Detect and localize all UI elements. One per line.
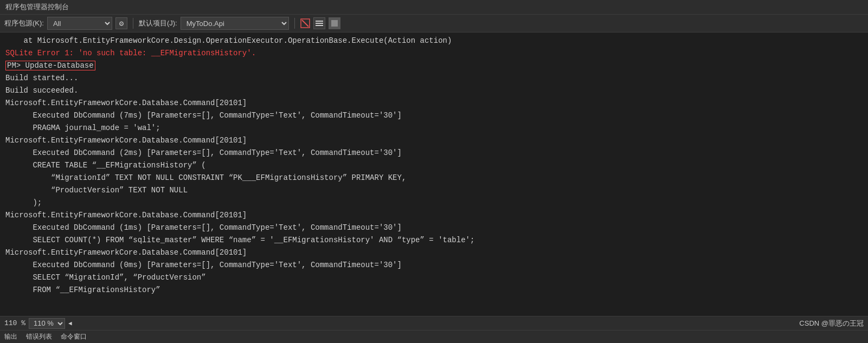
console-line: at Microsoft.EntityFrameworkCore.Design.… — [0, 35, 868, 47]
project-label: 默认项目(J): — [139, 18, 177, 28]
console-line: Executed DbCommand (7ms) [Parameters=[],… — [0, 109, 868, 122]
console-line: CREATE TABLE “__EFMigrationsHistory” ( — [0, 159, 868, 172]
console-line: Microsoft.EntityFrameworkCore.Database.C… — [0, 97, 868, 109]
svg-rect-5 — [331, 20, 338, 27]
console-line: Executed DbCommand (1ms) [Parameters=[],… — [0, 222, 868, 234]
scroll-arrow[interactable]: ◀ — [68, 320, 72, 327]
console-line: SELECT COUNT(*) FROM “sqlite_master” WHE… — [0, 234, 868, 247]
console-line: Build succeeded. — [0, 85, 868, 97]
svg-rect-4 — [316, 25, 323, 26]
console-line: Microsoft.EntityFrameworkCore.Database.C… — [0, 134, 868, 147]
zoom-label: 110 % — [4, 319, 25, 327]
status-bar: 110 % 110 % ◀ CSDN @罪恶の王冠 — [0, 316, 868, 330]
gear-icon[interactable]: ⚙ — [115, 17, 127, 29]
svg-rect-2 — [316, 21, 323, 22]
brand-text: CSDN @罪恶の王冠 — [799, 319, 864, 328]
separator-1 — [133, 18, 133, 29]
console-line: Executed DbCommand (2ms) [Parameters=[],… — [0, 147, 868, 159]
project-select[interactable]: MyToDo.Api — [181, 17, 289, 30]
command-box: PM> Update-Database — [5, 61, 95, 70]
square-icon[interactable] — [329, 17, 340, 29]
console-line: Microsoft.EntityFrameworkCore.Database.C… — [0, 209, 868, 222]
console-line: “MigrationId” TEXT NOT NULL CONSTRAINT “… — [0, 172, 868, 184]
svg-rect-3 — [316, 23, 323, 24]
source-label: 程序包源(K): — [4, 18, 44, 28]
tab-command-window[interactable]: 命令窗口 — [61, 332, 87, 341]
console-line: FROM “__EFMigrationsHistory” — [0, 284, 868, 296]
console-output: at Microsoft.EntityFrameworkCore.Design.… — [0, 33, 868, 316]
zoom-select[interactable]: 110 % — [29, 318, 65, 329]
console-line: Build started... — [0, 72, 868, 85]
svg-line-1 — [302, 20, 308, 27]
console-line: SELECT “MigrationId”, “ProductVersion” — [0, 271, 868, 284]
separator-2 — [294, 18, 295, 29]
title-text: 程序包管理器控制台 — [5, 3, 69, 11]
toolbar: 程序包源(K): All ⚙ 默认项目(J): MyToDo.Api — [0, 15, 868, 33]
source-select[interactable]: All — [47, 17, 112, 30]
tab-bar: 输出 错误列表 命令窗口 — [0, 330, 868, 343]
tab-error-list[interactable]: 错误列表 — [26, 332, 52, 341]
stop-icon[interactable] — [300, 18, 310, 28]
console-line: “ProductVersion” TEXT NOT NULL — [0, 184, 868, 197]
console-line: PRAGMA journal_mode = 'wal'; — [0, 122, 868, 134]
console-line: SQLite Error 1: 'no such table: __EFMigr… — [0, 47, 868, 60]
console-line: PM> Update-Database — [0, 60, 868, 72]
console-line: ); — [0, 197, 868, 209]
console-line: Microsoft.EntityFrameworkCore.Database.C… — [0, 247, 868, 259]
console-line: Executed DbCommand (0ms) [Parameters=[],… — [0, 259, 868, 271]
title-bar: 程序包管理器控制台 — [0, 0, 868, 15]
list-icon[interactable] — [313, 17, 325, 29]
tab-output[interactable]: 输出 — [4, 332, 17, 341]
